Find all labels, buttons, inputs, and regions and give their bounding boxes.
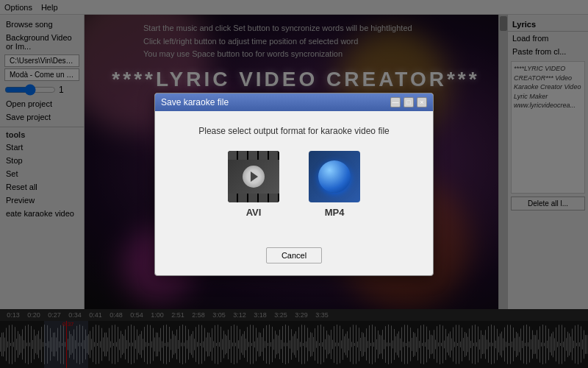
modal-body: Please select output format for karaoke … (155, 111, 433, 247)
mp4-option[interactable]: MP4 (309, 151, 360, 218)
mp4-icon (309, 151, 360, 202)
film-strip-bottom (228, 194, 279, 202)
save-karaoke-modal: Save karaoke file — □ × Please select ou… (154, 93, 434, 276)
mp4-sphere (318, 160, 351, 193)
modal-formats: AVI MP4 (170, 151, 418, 218)
avi-play-triangle (251, 171, 258, 182)
modal-footer: Cancel (155, 247, 433, 275)
modal-close-button[interactable]: × (417, 97, 427, 107)
modal-minimize-button[interactable]: — (390, 97, 401, 107)
avi-play-circle (243, 166, 265, 188)
avi-option[interactable]: AVI (228, 151, 279, 218)
mp4-label: MP4 (325, 207, 345, 218)
modal-maximize-button[interactable]: □ (404, 97, 414, 107)
modal-prompt: Please select output format for karaoke … (170, 126, 418, 136)
modal-titlebar: Save karaoke file — □ × (155, 93, 433, 111)
cancel-button[interactable]: Cancel (266, 247, 322, 263)
modal-controls: — □ × (390, 97, 427, 107)
modal-title: Save karaoke file (161, 97, 229, 107)
avi-icon (228, 151, 279, 202)
modal-overlay: Save karaoke file — □ × Please select ou… (0, 0, 588, 368)
film-strip-top (228, 151, 279, 160)
avi-label: AVI (246, 207, 262, 218)
